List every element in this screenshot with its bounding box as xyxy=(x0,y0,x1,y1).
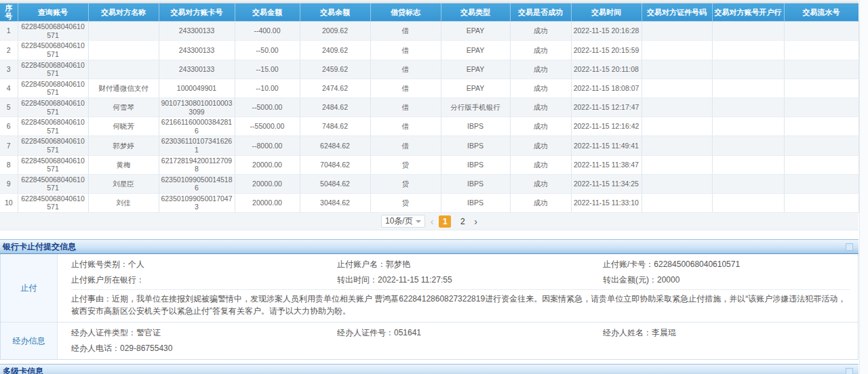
transaction-cell xyxy=(88,60,159,79)
page-number-button[interactable]: 1 xyxy=(439,215,451,228)
transaction-cell xyxy=(642,136,712,155)
next-page-button[interactable]: › xyxy=(474,217,477,226)
transaction-cell: 10 xyxy=(0,193,18,212)
transaction-cell: 成功 xyxy=(510,98,571,117)
column-header: 查询账号 xyxy=(18,3,88,22)
transaction-cell: 贷 xyxy=(370,155,441,174)
field-text: 止付账/卡号：6228450068040610571 xyxy=(603,259,850,270)
transaction-cell: 6216611600003842816 xyxy=(159,117,235,136)
transaction-cell: 2474.62 xyxy=(300,79,370,98)
stop-reason-text: 止付事由：近期，我单位在接报刘妮被骗警情中，发现涉案人员利用贵单位相关账户 曹鸿… xyxy=(71,289,850,319)
group-label: 止付 xyxy=(1,254,58,322)
field-text: 止付账户名：郭梦艳 xyxy=(337,259,603,270)
field-line: 止付账号类别：个人止付账户名：郭梦艳止付账/卡号：622845006804061… xyxy=(71,257,850,272)
transaction-cell xyxy=(784,155,859,174)
transaction-cell xyxy=(642,117,712,136)
transaction-cell: --8000.00 xyxy=(235,136,300,155)
transaction-row: 16228450068040610571243300133--400.00200… xyxy=(0,22,859,41)
transaction-cell xyxy=(784,60,859,79)
transaction-row: 86228450068040610571黄梅621728194200112709… xyxy=(0,155,859,174)
transaction-cell: 1000049901 xyxy=(159,79,235,98)
transaction-cell: --55000.00 xyxy=(235,117,300,136)
group-content: 止付账号类别：个人止付账户名：郭梦艳止付账/卡号：622845006804061… xyxy=(58,254,858,322)
page-number-button[interactable]: 2 xyxy=(456,215,469,228)
transaction-cell: 借 xyxy=(370,60,441,79)
collapse-icon[interactable] xyxy=(846,243,853,251)
transaction-cell xyxy=(712,22,784,41)
transaction-cell: 2484.62 xyxy=(300,98,370,117)
transaction-cell: 6228450068040610571 xyxy=(18,193,88,212)
transaction-cell: 50484.62 xyxy=(300,174,370,193)
transaction-cell: 借 xyxy=(370,136,441,155)
transaction-cell: 借 xyxy=(370,22,441,41)
transaction-cell xyxy=(642,60,712,79)
transaction-cell xyxy=(642,79,712,98)
page-size-select[interactable]: 10条/页 xyxy=(381,215,425,228)
transaction-cell xyxy=(642,98,712,117)
prev-page-button[interactable]: ‹ xyxy=(431,217,434,226)
vertical-scrollbar[interactable] xyxy=(859,0,868,374)
transaction-cell: 6228450068040610571 xyxy=(18,174,88,193)
column-header: 序号 xyxy=(0,3,18,22)
transaction-cell: 6235010990500145186 xyxy=(159,174,235,193)
transaction-cell: 何晓芳 xyxy=(88,117,159,136)
transaction-cell: 成功 xyxy=(510,117,571,136)
transaction-cell: 5 xyxy=(0,98,18,117)
transaction-cell xyxy=(712,98,784,117)
transaction-cell xyxy=(712,41,784,60)
transaction-cell: 6228450068040610571 xyxy=(18,60,88,79)
transaction-cell: 6228450068040610571 xyxy=(18,22,88,41)
transaction-cell: 成功 xyxy=(510,41,571,60)
transaction-cell: 借 xyxy=(370,79,441,98)
transaction-cell: 2022-11-15 20:15:59 xyxy=(571,41,642,60)
transaction-cell xyxy=(784,174,859,193)
transactions-header-row: 序号查询账号交易对方名称交易对方账卡号交易金额交易余额借贷标志交易类型交易是否成… xyxy=(0,3,859,22)
stop-payment-group: 止付止付账号类别：个人止付账户名：郭梦艳止付账/卡号：6228450068040… xyxy=(1,254,858,322)
transaction-cell xyxy=(784,136,859,155)
transaction-cell: 刘星臣 xyxy=(88,174,159,193)
transaction-cell: 2 xyxy=(0,41,18,60)
transaction-cell: 6230361101073416261 xyxy=(159,136,235,155)
transaction-cell: 借 xyxy=(370,41,441,60)
transaction-cell: 20000.00 xyxy=(235,155,300,174)
transaction-cell: 2409.62 xyxy=(300,41,370,60)
page-numbers: 12 xyxy=(439,215,469,228)
group-label: 经办信息 xyxy=(1,323,58,359)
multi-card-section-header: 多级卡信息 xyxy=(0,364,859,374)
transaction-cell: 6235010990500170473 xyxy=(159,193,235,212)
field-line: 经办人证件类型：警官证经办人证件号：051641经办人姓名：李晨琨 xyxy=(71,325,850,341)
transaction-cell: 财付通微信支付 xyxy=(88,79,159,98)
column-header: 交易对方账卡号 xyxy=(159,3,235,22)
stop-payment-section-header: 银行卡止付提交信息 xyxy=(0,239,859,254)
transaction-cell: IBPS xyxy=(441,155,510,174)
transaction-cell xyxy=(88,41,159,60)
collapse-icon[interactable] xyxy=(846,368,853,374)
transaction-cell: 分行版手机银行 xyxy=(441,98,510,117)
transaction-cell: 借 xyxy=(370,98,441,117)
transaction-cell: 刘佳 xyxy=(88,193,159,212)
transaction-cell: 6228450068040610571 xyxy=(18,79,88,98)
transaction-cell xyxy=(784,98,859,117)
transaction-cell xyxy=(712,136,784,155)
transaction-cell: 6228450068040610571 xyxy=(18,136,88,155)
page-size-label: 10条/页 xyxy=(385,215,413,227)
transaction-cell: 9 xyxy=(0,174,18,193)
transaction-cell: IBPS xyxy=(441,193,510,212)
transaction-cell: 8 xyxy=(0,155,18,174)
transaction-cell xyxy=(784,22,859,41)
transaction-cell: 2459.62 xyxy=(300,60,370,79)
transaction-cell: --50.00 xyxy=(235,41,300,60)
column-header: 交易余额 xyxy=(300,3,370,22)
transaction-cell: 成功 xyxy=(510,60,571,79)
multi-card-section-title: 多级卡信息 xyxy=(3,367,43,374)
transaction-cell xyxy=(712,155,784,174)
transaction-cell: --400.00 xyxy=(235,22,300,41)
column-header: 借贷标志 xyxy=(370,3,441,22)
transaction-row: 66228450068040610571何晓芳62166116000038428… xyxy=(0,117,859,136)
transaction-cell: 20000.00 xyxy=(235,174,300,193)
transaction-cell: EPAY xyxy=(441,60,510,79)
column-header: 交易流水号 xyxy=(784,3,859,22)
transaction-row: 46228450068040610571财付通微信支付1000049901--1… xyxy=(0,79,859,98)
stop-payment-group: 经办信息经办人证件类型：警官证经办人证件号：051641经办人姓名：李晨琨经办人… xyxy=(1,322,858,359)
field-line: 止付账户所在银行：转出时间：2022-11-15 11:27:55转出金额(元)… xyxy=(71,272,850,288)
